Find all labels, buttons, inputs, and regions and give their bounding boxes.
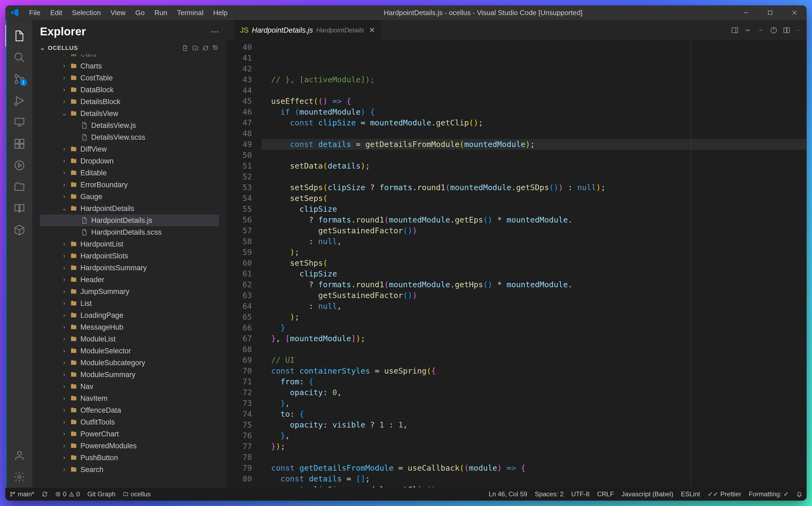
status-branch[interactable]: main* (10, 490, 34, 498)
tree-folder[interactable]: ›PoweredModules (40, 440, 219, 452)
status-sync[interactable] (42, 491, 48, 497)
folder-icon (70, 181, 77, 188)
tree-folder[interactable]: ›ErrorBoundary (40, 179, 219, 191)
close-button[interactable] (782, 5, 807, 20)
refresh-icon[interactable] (202, 45, 209, 51)
folder-icon (70, 54, 77, 58)
tree-file[interactable]: HardpointDetails.js (40, 215, 219, 226)
status-spaces[interactable]: Spaces: 2 (535, 490, 564, 498)
tree-file[interactable]: DetailsView.scss (40, 132, 219, 143)
tree-folder[interactable]: ⌄DetailsView (40, 108, 219, 119)
menu-help[interactable]: Help (208, 9, 232, 17)
history-forward-icon[interactable] (757, 26, 764, 34)
editor-tab[interactable]: JS HardpointDetails.js HardpointDetails … (235, 20, 381, 40)
tree-folder[interactable]: ›Dropdown (40, 155, 219, 167)
activity-bar: 1 (5, 20, 32, 488)
menu-edit[interactable]: Edit (45, 9, 67, 17)
status-folder[interactable]: ocellus (123, 490, 151, 498)
tree-folder[interactable]: ⌄HardpointDetails (40, 202, 219, 215)
run-icon[interactable] (770, 26, 778, 34)
status-formatting[interactable]: Formatting: ✓ (749, 490, 789, 498)
svg-rect-28 (732, 28, 738, 33)
status-language[interactable]: Javascript (Babel) (622, 490, 673, 498)
menu-run[interactable]: Run (150, 9, 172, 17)
tree-folder[interactable]: ›Card (40, 54, 219, 60)
tree-file[interactable]: DetailsView.js (40, 119, 219, 132)
tree-folder[interactable]: ›HardpointList (40, 238, 219, 250)
tree-folder[interactable]: ›Charts (40, 60, 219, 72)
tree-folder[interactable]: ›ModuleSubcategory (40, 357, 219, 369)
tab-close-icon[interactable]: ✕ (369, 26, 375, 34)
activity-account-icon[interactable] (6, 444, 33, 466)
new-folder-icon[interactable] (192, 45, 198, 51)
tree-folder[interactable]: ›DiffView (40, 143, 219, 155)
code-content[interactable]: // }, [activeModule]); useEffect(() => {… (262, 40, 807, 488)
toggle-panel-icon[interactable] (731, 26, 739, 34)
status-problems[interactable]: 0 0 (55, 490, 80, 498)
tree-folder[interactable]: ›ModuleList (40, 333, 219, 345)
activity-search-icon[interactable] (6, 47, 33, 68)
status-bell-icon[interactable] (796, 491, 802, 497)
tree-folder[interactable]: ›OffenceData (40, 404, 219, 416)
menu-selection[interactable]: Selection (67, 9, 106, 17)
status-git-graph[interactable]: Git Graph (87, 490, 115, 498)
tree-folder[interactable]: ›Editable (40, 167, 219, 179)
folder-icon (70, 74, 77, 81)
tree-folder[interactable]: ›Search (40, 463, 219, 476)
activity-remote-icon[interactable] (6, 111, 33, 133)
activity-explorer-icon[interactable] (6, 25, 33, 47)
code-editor[interactable]: 4041424344454647484950515253545556575859… (227, 40, 807, 488)
tree-folder[interactable]: ›HardpointsSummary (40, 262, 219, 274)
folder-icon (70, 264, 77, 271)
activity-liveshare-icon[interactable] (6, 155, 33, 176)
tree-item-label: ModuleList (80, 335, 116, 343)
tree-folder[interactable]: ›HardpointSlots (40, 250, 219, 262)
status-cursor[interactable]: Ln 46, Col 59 (489, 490, 527, 498)
tree-folder[interactable]: ›MessageHub (40, 321, 219, 333)
status-eol[interactable]: CRLF (597, 490, 614, 498)
activity-scm-icon[interactable]: 1 (6, 68, 33, 90)
tree-folder[interactable]: ›LoadingPage (40, 309, 219, 321)
folder-icon (70, 336, 77, 343)
tree-folder[interactable]: ›PowerChart (40, 428, 219, 440)
collapse-all-icon[interactable] (213, 45, 219, 51)
project-header[interactable]: ⌄ OCELLUS (40, 43, 219, 53)
new-file-icon[interactable] (182, 45, 188, 51)
tree-folder[interactable]: ›DetailsBlock (40, 96, 219, 108)
tree-file[interactable]: HardpointDetails.scss (40, 226, 219, 238)
tree-folder[interactable]: ›List (40, 298, 219, 309)
project-name: OCELLUS (48, 45, 78, 52)
folder-icon (70, 324, 77, 331)
tree-folder[interactable]: ›PushButton (40, 452, 219, 463)
menu-file[interactable]: File (24, 9, 45, 17)
activity-extensions-icon[interactable] (6, 133, 33, 155)
activity-package-icon[interactable] (6, 219, 33, 241)
sidebar-more-icon[interactable]: ⋯ (211, 26, 219, 37)
split-editor-icon[interactable] (783, 26, 791, 34)
tree-folder[interactable]: ›JumpSummary (40, 286, 219, 298)
tree-folder[interactable]: ›DataBlock (40, 84, 219, 96)
tree-folder[interactable]: ›Nav (40, 381, 219, 393)
tree-folder[interactable]: ›CostTable (40, 72, 219, 84)
maximize-button[interactable] (758, 5, 782, 20)
more-actions-icon[interactable]: ⋯ (796, 28, 800, 33)
status-eslint[interactable]: ESLint (681, 490, 700, 498)
tree-folder[interactable]: ›ModuleSelector (40, 345, 219, 357)
history-back-icon[interactable] (744, 26, 751, 34)
tree-folder[interactable]: ›ModuleSummary (40, 369, 219, 381)
tree-folder[interactable]: ›Header (40, 274, 219, 286)
tree-folder[interactable]: ›Gauge (40, 191, 219, 202)
activity-debug-icon[interactable] (6, 90, 33, 111)
status-encoding[interactable]: UTF-8 (571, 490, 589, 498)
activity-book-icon[interactable] (6, 198, 33, 219)
activity-project-icon[interactable] (6, 176, 33, 198)
menu-terminal[interactable]: Terminal (172, 9, 208, 17)
tree-folder[interactable]: ›OutfitTools (40, 416, 219, 428)
status-prettier[interactable]: ✓✓ Prettier (708, 490, 741, 498)
minimize-button[interactable] (734, 5, 758, 20)
menu-view[interactable]: View (106, 9, 131, 17)
tree-folder[interactable]: ›NavItem (40, 393, 219, 404)
menu-go[interactable]: Go (131, 9, 150, 17)
activity-settings-icon[interactable] (6, 466, 33, 488)
svg-rect-11 (15, 118, 24, 124)
